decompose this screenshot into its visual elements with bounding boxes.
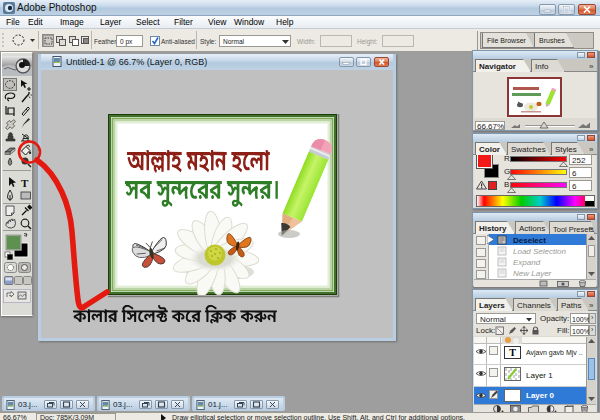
svg-text:T: T: [21, 177, 29, 189]
